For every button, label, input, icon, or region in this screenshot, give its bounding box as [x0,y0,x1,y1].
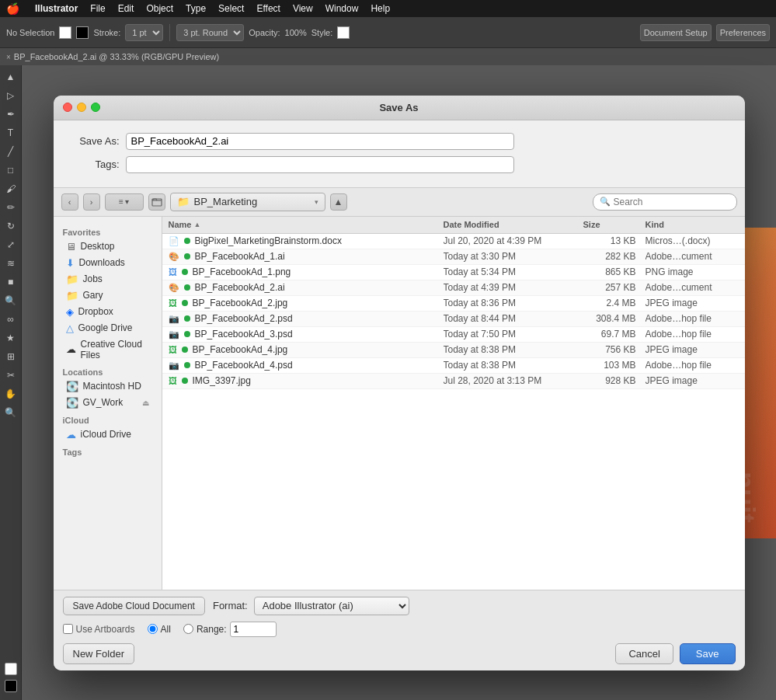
type-tool[interactable]: T [2,124,19,141]
fill-swatch[interactable] [59,26,71,39]
fill-color[interactable] [5,663,17,675]
col-header-date[interactable]: Date Modified [444,220,583,229]
sync-status-dot [184,362,190,368]
range-input[interactable] [230,622,277,637]
artboard-tool[interactable]: ⊞ [2,348,19,365]
col-header-size[interactable]: Size [583,220,646,229]
all-label: All [161,624,171,635]
minimize-button[interactable] [77,103,86,112]
table-row[interactable]: 📷 BP_FacebookAd_3.psd Today at 7:50 PM 6… [162,327,745,343]
table-row[interactable]: 🖼 BP_FacebookAd_1.png Today at 5:34 PM 8… [162,265,745,280]
format-select[interactable]: Adobe Illustrator (ai) [254,597,409,615]
stroke-color[interactable] [5,680,17,692]
table-row[interactable]: 🎨 BP_FacebookAd_2.ai Today at 4:39 PM 25… [162,280,745,296]
new-folder-btn[interactable]: New Folder [63,643,134,664]
gradient-tool[interactable]: ■ [2,273,19,291]
menu-edit[interactable]: Edit [118,3,134,14]
rect-tool[interactable]: □ [2,162,19,179]
maximize-button[interactable] [91,103,100,112]
blend-tool[interactable]: ∞ [2,311,19,328]
col-header-kind[interactable]: Kind [646,220,739,229]
sidebar-item-gdrive[interactable]: △ Google Drive [57,320,158,336]
slice-tool[interactable]: ✂ [2,367,19,384]
sidebar-item-gary[interactable]: 📁 Gary [57,287,158,304]
menu-select[interactable]: Select [218,3,244,14]
menu-help[interactable]: Help [371,3,390,14]
view-options-btn[interactable]: ≡ ▾ [105,193,144,211]
use-artboards-label: Use Artboards [76,624,135,635]
use-artboards-input[interactable] [63,624,73,634]
table-row[interactable]: 📷 BP_FacebookAd_2.psd Today at 8:44 PM 3… [162,312,745,327]
range-radio[interactable]: Range: [183,622,277,637]
save-btn[interactable]: Save [680,643,736,664]
app-name[interactable]: Illustrator [35,3,78,14]
col-name-label: Name [169,220,192,229]
pen-tool[interactable]: ✒ [2,106,19,123]
file-size-cell: 308.4 MB [583,313,646,324]
save-as-input[interactable] [126,133,514,150]
stroke-swatch[interactable] [76,26,89,39]
eject-icon[interactable]: ⏏ [142,399,149,407]
menu-effect[interactable]: Effect [256,3,280,14]
file-type-icon: 📷 [169,329,179,340]
sidebar-item-dropbox[interactable]: ◈ Dropbox [57,304,158,320]
forward-btn[interactable]: › [83,193,100,211]
sidebar-item-downloads[interactable]: ⬇ Downloads [57,255,158,271]
location-dropdown[interactable]: 📁 BP_Marketing ▾ [170,193,325,211]
menu-view[interactable]: View [293,3,313,14]
sidebar-item-gv-work[interactable]: 💽 GV_Work ⏏ [57,395,158,411]
menu-window[interactable]: Window [325,3,359,14]
save-cloud-btn[interactable]: Save Adobe Cloud Document [63,597,205,615]
hand-tool[interactable]: ✋ [2,385,19,402]
tab-close-icon[interactable]: × [6,53,11,61]
menu-file[interactable]: File [90,3,105,14]
all-radio[interactable]: All [148,624,171,635]
sidebar-item-jobs[interactable]: 📁 Jobs [57,271,158,287]
sidebar-item-creative-cloud[interactable]: ☁ Creative Cloud Files [57,336,158,363]
expand-btn[interactable]: ▲ [330,193,347,211]
pt-round-select[interactable]: 3 pt. Round [176,24,244,41]
active-tab[interactable]: × BP_FacebookAd_2.ai @ 33.33% (RGB/GPU P… [6,52,219,61]
new-folder-nav-btn[interactable] [148,193,165,211]
scale-tool[interactable]: ⤢ [2,236,19,253]
col-header-name[interactable]: Name ▲ [169,220,444,229]
table-row[interactable]: 🖼 BP_FacebookAd_4.jpg Today at 8:38 PM 7… [162,343,745,358]
stroke-select[interactable]: 1 pt [125,24,163,41]
paintbrush-tool[interactable]: 🖌 [2,180,19,197]
rotate-tool[interactable]: ↻ [2,218,19,235]
pencil-tool[interactable]: ✏ [2,199,19,216]
range-radio-input[interactable] [183,624,193,634]
apple-menu[interactable]: 🍎 [6,2,19,15]
table-row[interactable]: 🖼 BP_FacebookAd_2.jpg Today at 8:36 PM 2… [162,296,745,312]
eyedropper-tool[interactable]: 🔍 [2,292,19,309]
cancel-btn[interactable]: Cancel [615,643,673,664]
warp-tool[interactable]: ≋ [2,255,19,272]
search-field[interactable]: 🔍 [593,193,737,211]
menu-type[interactable]: Type [186,3,206,14]
sidebar-item-desktop[interactable]: 🖥 Desktop [57,239,158,255]
close-button[interactable] [63,103,72,112]
table-row[interactable]: 🎨 BP_FacebookAd_1.ai Today at 3:30 PM 28… [162,249,745,265]
all-radio-input[interactable] [148,624,158,634]
line-tool[interactable]: ╱ [2,143,19,160]
table-row[interactable]: 📄 BigPixel_MarketingBrainstorm.docx Jul … [162,234,745,249]
sidebar-item-macintosh-hd[interactable]: 💽 Macintosh HD [57,378,158,395]
sidebar-item-icloud-drive[interactable]: ☁ iCloud Drive [57,427,158,443]
zoom-tool[interactable]: 🔍 [2,404,19,421]
tags-input[interactable] [126,156,514,173]
direct-select-tool[interactable]: ▷ [2,87,19,104]
style-swatch[interactable] [337,26,350,39]
symbol-tool[interactable]: ★ [2,329,19,347]
table-row[interactable]: 📷 BP_FacebookAd_4.psd Today at 8:38 PM 1… [162,358,745,374]
use-artboards-checkbox[interactable]: Use Artboards [63,624,135,635]
search-input[interactable] [614,197,730,207]
dialog-content: Favorites 🖥 Desktop ⬇ Downloads 📁 Jobs 📁… [54,217,745,590]
file-name-cell: 📷 BP_FacebookAd_3.psd [169,329,444,340]
table-row[interactable]: 🖼 IMG_3397.jpg Jul 28, 2020 at 3:13 PM 9… [162,374,745,389]
select-tool[interactable]: ▲ [2,68,19,85]
back-btn[interactable]: ‹ [61,193,78,211]
dialog-overlay: Save As Save As: Tags: ‹ › ≡ ▾ [22,65,776,700]
preferences-btn[interactable]: Preferences [716,24,770,41]
menu-object[interactable]: Object [146,3,173,14]
doc-setup-btn[interactable]: Document Setup [640,24,712,41]
